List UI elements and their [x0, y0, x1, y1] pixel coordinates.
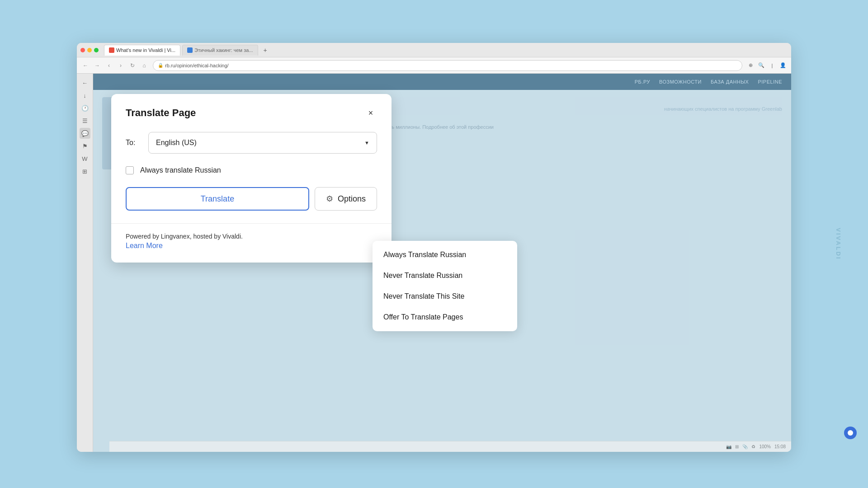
dropdown-item-always-translate[interactable]: Always Translate Russian: [373, 244, 517, 265]
sidebar-icon-wiki[interactable]: W: [80, 153, 90, 164]
address-bar[interactable]: 🔒 rb.ru/opinion/ethical-hacking/: [153, 60, 742, 71]
forward-button[interactable]: →: [92, 61, 102, 70]
tab-ethical-hacking[interactable]: Этичный хакинг: чем за...: [182, 45, 258, 56]
nav-extensions: ⊕ 🔍 | 👤: [746, 61, 788, 70]
sidebar-icon-download[interactable]: ↓: [80, 90, 90, 101]
translate-dialog: Translate Page × To: English (US) ▼: [111, 94, 392, 263]
tab-bar: What's new in Vivaldi | Vi... Этичный ха…: [77, 43, 791, 57]
page-content: РБ.РУ ВОЗМОЖНОСТИ БАЗА ДАННЫХ PIPELINE и…: [93, 74, 791, 452]
search-button[interactable]: 🔍: [757, 61, 766, 70]
vivaldi-watermark: VIVALDI: [835, 228, 842, 260]
sidebar-icon-history[interactable]: 🕐: [80, 103, 90, 113]
home-button[interactable]: ⌂: [139, 61, 149, 70]
language-select-wrapper: English (US) ▼: [148, 132, 377, 154]
select-arrow-icon: ▼: [364, 140, 369, 145]
sidebar-icon-menu[interactable]: ☰: [80, 115, 90, 126]
translate-button[interactable]: Translate: [126, 187, 309, 211]
maximize-window-button[interactable]: [94, 48, 99, 52]
vivaldi-logo-inner: [848, 430, 853, 436]
checkbox-row: Always translate Russian: [126, 166, 377, 174]
vivaldi-logo-indicator: [844, 427, 857, 439]
sidebar-icon-flag[interactable]: ⚑: [80, 141, 90, 151]
nav-bar: ← → ‹ › ↻ ⌂ 🔒 rb.ru/opinion/ethical-hack…: [77, 57, 791, 74]
dropdown-item-never-translate-site[interactable]: Never Translate This Site: [373, 286, 517, 307]
dialog-header: Translate Page ×: [111, 94, 392, 128]
options-button[interactable]: ⚙ Options: [315, 187, 377, 211]
tab-label-ethical: Этичный хакинг: чем за...: [194, 47, 253, 53]
to-label: To:: [126, 139, 139, 147]
language-select-display[interactable]: English (US) ▼: [148, 132, 377, 154]
profile-button[interactable]: 👤: [778, 61, 788, 70]
sidebar-icon-back[interactable]: ←: [80, 77, 90, 88]
extensions-button[interactable]: ⊕: [746, 61, 755, 70]
sidebar: ← ↓ 🕐 ☰ 💬 ⚑ W ⊞: [77, 74, 93, 452]
close-window-button[interactable]: [80, 48, 85, 52]
nav-prev-button[interactable]: ‹: [104, 61, 114, 70]
to-row: To: English (US) ▼: [126, 132, 377, 154]
dialog-body: To: English (US) ▼ Always translate Russ…: [111, 128, 392, 223]
dialog-footer: Powered by Lingvanex, hosted by Vivaldi.…: [111, 223, 392, 263]
minimize-window-button[interactable]: [87, 48, 92, 52]
tab-favicon-ethical: [187, 47, 193, 53]
powered-by-text: Powered by Lingvanex, hosted by Vivaldi.: [126, 233, 377, 240]
options-button-label: Options: [338, 194, 366, 204]
traffic-lights: [80, 48, 99, 52]
address-text: rb.ru/opinion/ethical-hacking/: [165, 63, 229, 68]
nav-next-button[interactable]: ›: [116, 61, 126, 70]
action-row: Translate ⚙ Options: [126, 187, 377, 211]
tab-label-vivaldi: What's new in Vivaldi | Vi...: [116, 47, 175, 53]
dialog-title: Translate Page: [126, 107, 196, 119]
tab-favicon-vivaldi: [109, 47, 114, 53]
language-selected-value: English (US): [156, 139, 197, 147]
dropdown-item-offer-translate[interactable]: Offer To Translate Pages: [373, 307, 517, 328]
always-translate-checkbox[interactable]: [126, 166, 134, 174]
reload-button[interactable]: ↻: [127, 61, 137, 70]
dropdown-item-never-translate-russian[interactable]: Never Translate Russian: [373, 265, 517, 286]
checkbox-label: Always translate Russian: [140, 166, 221, 174]
sidebar-icon-apps[interactable]: ⊞: [80, 166, 90, 177]
lock-icon: 🔒: [158, 63, 163, 68]
new-tab-button[interactable]: +: [260, 45, 271, 56]
dialog-close-button[interactable]: ×: [364, 107, 377, 119]
back-button[interactable]: ←: [80, 61, 90, 70]
browser-window: What's new in Vivaldi | Vi... Этичный ха…: [77, 43, 791, 452]
divider: |: [768, 61, 777, 70]
options-dropdown: Always Translate Russian Never Translate…: [373, 241, 517, 331]
learn-more-link[interactable]: Learn More: [126, 242, 163, 249]
tab-vivaldi[interactable]: What's new in Vivaldi | Vi...: [104, 45, 180, 56]
gear-icon: ⚙: [326, 194, 333, 204]
sidebar-icon-chat[interactable]: 💬: [80, 128, 90, 139]
